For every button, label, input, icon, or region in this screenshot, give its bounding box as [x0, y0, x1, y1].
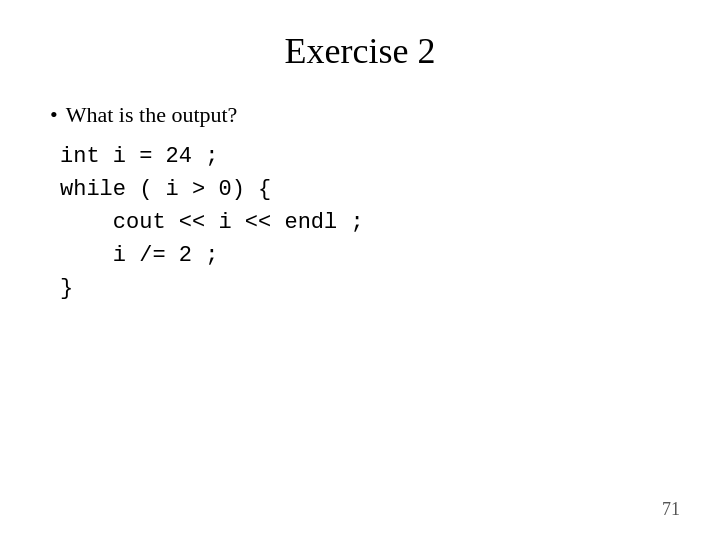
slide: Exercise 2 • What is the output? int i =… — [0, 0, 720, 540]
code-line-2: while ( i > 0) { — [60, 173, 670, 206]
code-block: int i = 24 ; while ( i > 0) { cout << i … — [60, 140, 670, 305]
bullet-item: • What is the output? — [50, 102, 670, 128]
code-line-3: cout << i << endl ; — [60, 206, 670, 239]
code-line-4: i /= 2 ; — [60, 239, 670, 272]
slide-title: Exercise 2 — [50, 30, 670, 72]
bullet-dot: • — [50, 102, 58, 128]
bullet-text: What is the output? — [66, 102, 238, 128]
page-number: 71 — [662, 499, 680, 520]
code-line-1: int i = 24 ; — [60, 140, 670, 173]
code-line-5: } — [60, 272, 670, 305]
